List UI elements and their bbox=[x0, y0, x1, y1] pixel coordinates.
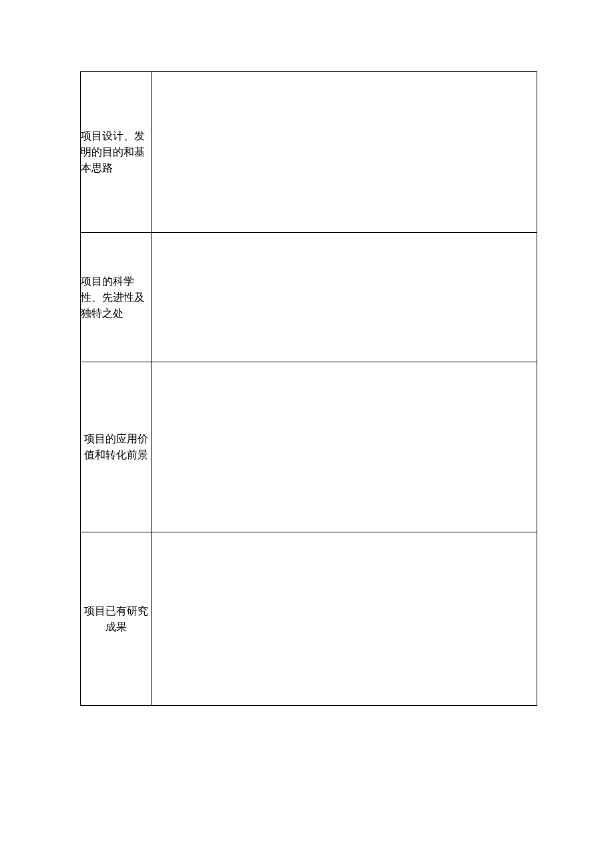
table-row: 项目已有研究成果 bbox=[81, 532, 537, 706]
row-label-text: 项目已有研究成果 bbox=[81, 603, 151, 635]
row-content-scientific-nature[interactable] bbox=[151, 233, 537, 362]
row-label-scientific-nature: 项目的科学性、先进性及独特之处 bbox=[81, 233, 151, 362]
row-label-text: 项目的科学性、先进性及独特之处 bbox=[81, 274, 151, 322]
row-label-design-purpose: 项目设计、发明的目的和基本思路 bbox=[81, 72, 151, 233]
row-label-existing-results: 项目已有研究成果 bbox=[81, 532, 151, 706]
table-row: 项目设计、发明的目的和基本思路 bbox=[81, 72, 537, 233]
table-row: 项目的应用价值和转化前景 bbox=[81, 362, 537, 532]
row-label-text: 项目的应用价值和转化前景 bbox=[81, 431, 151, 463]
row-label-application-value: 项目的应用价值和转化前景 bbox=[81, 362, 151, 532]
row-content-design-purpose[interactable] bbox=[151, 72, 537, 233]
row-content-application-value[interactable] bbox=[151, 362, 537, 532]
row-content-existing-results[interactable] bbox=[151, 532, 537, 706]
project-form-table: 项目设计、发明的目的和基本思路 项目的科学性、先进性及独特之处 项目的应用价值和… bbox=[80, 71, 537, 706]
row-label-text: 项目设计、发明的目的和基本思路 bbox=[81, 128, 151, 176]
table-row: 项目的科学性、先进性及独特之处 bbox=[81, 233, 537, 362]
